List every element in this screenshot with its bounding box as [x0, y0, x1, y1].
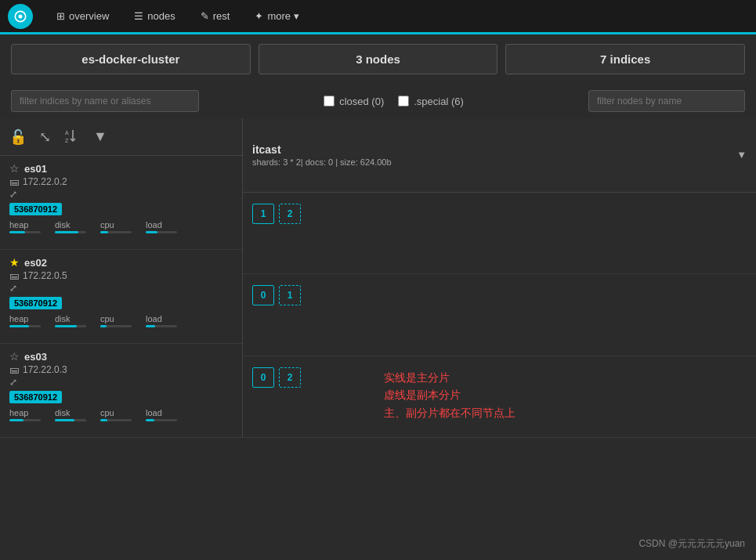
shard-2-replica-2: 2: [279, 367, 301, 388]
node-name-es02: es02: [24, 257, 47, 269]
node-badge-es01: 536870912: [9, 203, 62, 215]
node-ip-es03: 172.22.0.3: [23, 364, 67, 375]
shard-0-primary: 0: [252, 285, 274, 305]
rest-icon: ✎: [201, 10, 209, 22]
nodes-panel: 🔓 ⤡ A Z ▼ ☆ es01 🖴 172.22.0.2: [0, 118, 243, 438]
attr-icon-es02: ⤢: [9, 283, 17, 294]
index-meta: shards: 3 * 2| docs: 0 | size: 624.00b: [252, 157, 392, 167]
shard-0-primary-2: 0: [252, 367, 274, 388]
filter-nodes-input[interactable]: [588, 90, 745, 112]
dropdown-index-icon[interactable]: ▼: [736, 149, 747, 161]
index-header: itcast shards: 3 * 2| docs: 0 | size: 62…: [243, 118, 756, 193]
nav-more[interactable]: ✦ more ▾: [245, 5, 308, 27]
nodes-icon: ☰: [134, 10, 143, 22]
checkbox-group: closed (0) .special (6): [208, 96, 579, 107]
disk-icon-es03: 🖴: [9, 364, 19, 375]
nav-overview[interactable]: ⊞ overview: [47, 5, 118, 27]
sort-az-icon[interactable]: A Z: [63, 127, 81, 147]
attr-icon-es01: ⤢: [9, 189, 17, 200]
topnav: ⊞ overview ☰ nodes ✎ rest ✦ more ▾: [0, 0, 756, 34]
shard-row-es01: 1 2: [243, 193, 756, 275]
summary-bar: es-docker-cluster 3 nodes 7 indices: [0, 34, 756, 84]
node-metrics-es03: heap disk cpu load: [9, 408, 233, 421]
attr-icon-es03: ⤢: [9, 377, 17, 388]
node-badge-es03: 536870912: [9, 391, 62, 403]
node-star-es03: ☆: [9, 350, 20, 363]
nodes-count: 3 nodes: [259, 44, 498, 74]
disk-icon-es01: 🖴: [9, 176, 19, 187]
svg-text:Z: Z: [65, 138, 69, 143]
node-badge-es02: 536870912: [9, 297, 62, 309]
special-checkbox[interactable]: [398, 96, 409, 107]
shard-2-replica: 2: [279, 204, 301, 224]
indices-count: 7 indices: [505, 44, 745, 74]
expand-icon[interactable]: ⤡: [39, 128, 51, 146]
more-icon: ✦: [255, 10, 263, 22]
annotation: 实线是主分片 虚线是副本分片 主、副分片都在不同节点上: [384, 369, 515, 421]
svg-text:A: A: [65, 130, 69, 135]
index-name: itcast: [252, 143, 392, 156]
node-star-es01: ☆: [9, 162, 20, 175]
logo: [8, 4, 33, 29]
cluster-name: es-docker-cluster: [11, 44, 251, 74]
node-row-es01: ☆ es01 🖴 172.22.0.2 ⤢ 536870912 heap dis…: [0, 156, 242, 250]
shard-1-replica: 1: [279, 285, 301, 305]
closed-checkbox[interactable]: [324, 96, 335, 107]
watermark: CSDN @元元元元元yuan: [638, 537, 745, 551]
shard-1-primary: 1: [252, 204, 274, 224]
overview-icon: ⊞: [56, 10, 65, 22]
node-ip-es01: 172.22.0.2: [23, 176, 67, 187]
node-name-es03: es03: [24, 351, 47, 363]
lock-icon[interactable]: 🔓: [9, 128, 27, 146]
toolbar-row: 🔓 ⤡ A Z ▼: [0, 118, 242, 156]
node-star-es02: ★: [9, 256, 20, 269]
node-metrics-es02: heap disk cpu load: [9, 314, 233, 327]
filter-bar: closed (0) .special (6): [0, 84, 756, 118]
nav-nodes[interactable]: ☰ nodes: [125, 5, 184, 27]
node-name-es01: es01: [24, 163, 47, 175]
svg-point-1: [19, 14, 23, 18]
filter-indices-input[interactable]: [11, 90, 199, 112]
node-ip-es02: 172.22.0.5: [23, 270, 67, 281]
node-metrics-es01: heap disk cpu load: [9, 220, 233, 233]
node-row-es02: ★ es02 🖴 172.22.0.5 ⤢ 536870912 heap dis…: [0, 250, 242, 344]
dropdown-icon[interactable]: ▼: [93, 128, 107, 145]
node-row-es03: ☆ es03 🖴 172.22.0.3 ⤢ 536870912 heap dis…: [0, 344, 242, 438]
disk-icon-es02: 🖴: [9, 270, 19, 281]
closed-checkbox-label[interactable]: closed (0): [324, 96, 384, 107]
special-checkbox-label[interactable]: .special (6): [398, 96, 464, 107]
nav-rest[interactable]: ✎ rest: [191, 5, 240, 27]
content-area: 🔓 ⤡ A Z ▼ ☆ es01 🖴 172.22.0.2: [0, 118, 756, 438]
shard-row-es02: 0 1: [243, 274, 756, 356]
